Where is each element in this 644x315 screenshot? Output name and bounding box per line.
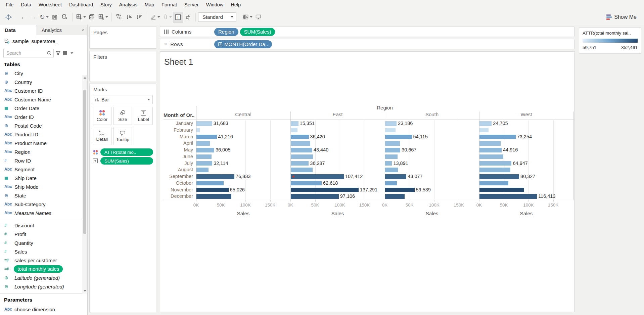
bar-east-december[interactable]	[291, 194, 339, 199]
detail-button[interactable]: Detail	[93, 127, 111, 145]
group-members-button[interactable]	[161, 12, 173, 22]
field-measure-names[interactable]: AbcMeasure Names	[0, 209, 82, 217]
bar-south-april[interactable]	[385, 141, 400, 146]
presentation-mode-button[interactable]	[254, 12, 264, 22]
highlight-button[interactable]	[149, 12, 161, 22]
field-sales[interactable]: #Sales	[0, 247, 82, 256]
bar-east-may[interactable]	[291, 148, 312, 152]
undo-button[interactable]: ←	[18, 12, 29, 22]
search-input[interactable]	[6, 50, 47, 56]
tab-data[interactable]: Data	[0, 25, 36, 35]
new-data-source-button[interactable]	[60, 12, 70, 22]
bar-central-august[interactable]	[196, 168, 209, 172]
field-longitude-generated[interactable]: ⊕Longitude (generated)	[0, 282, 82, 291]
bar-west-june[interactable]	[479, 154, 503, 159]
bar-east-april[interactable]	[291, 141, 310, 146]
bar-south-may[interactable]	[385, 148, 400, 152]
field-latitude-generated[interactable]: ⊕Latitude (generated)	[0, 273, 82, 282]
menu-item-worksheet[interactable]: Worksheet	[35, 1, 65, 9]
sidebar-scrollbar[interactable]	[82, 75, 87, 294]
menu-item-help[interactable]: Help	[227, 1, 244, 9]
bar-central-march[interactable]	[196, 135, 217, 139]
bar-east-july[interactable]	[291, 161, 309, 166]
bar-south-december[interactable]	[385, 194, 405, 199]
rows-pill-month-order-date[interactable]: + MONTH(Order Da..	[214, 40, 272, 48]
bar-west-december[interactable]	[479, 194, 537, 199]
view-options-caret-icon[interactable]	[71, 52, 73, 54]
show-me-button[interactable]: Show Me	[606, 14, 641, 20]
field-order-date[interactable]: ▦Order Date	[0, 104, 82, 113]
columns-pill-region[interactable]: Region	[214, 28, 238, 36]
field-customer-name[interactable]: AbcCustomer Name	[0, 95, 82, 104]
bar-central-april[interactable]	[196, 141, 210, 146]
bar-west-july[interactable]	[479, 161, 511, 166]
bar-central-september[interactable]	[196, 174, 234, 179]
menu-item-dashboard[interactable]: Dashboard	[65, 1, 97, 9]
color-button[interactable]: Color	[93, 107, 111, 125]
field-state[interactable]: ⊕State	[0, 191, 82, 200]
field-total-monthly-sales[interactable]: =#total monthly sales	[0, 265, 82, 273]
bar-central-october[interactable]	[196, 181, 224, 186]
bar-west-november[interactable]	[479, 188, 524, 192]
tooltip-button[interactable]: Tooltip	[113, 127, 132, 145]
bar-east-march[interactable]	[291, 135, 309, 139]
bar-central-july[interactable]	[196, 161, 212, 166]
bar-east-february[interactable]	[291, 128, 297, 133]
marks-pill-attr-total-monthly-sales[interactable]: ATTR(total mo..	[100, 148, 153, 156]
rows-shelf[interactable]: ≡ Rows + MONTH(Order Da..	[160, 39, 574, 49]
field-ship-date[interactable]: ▦Ship Date	[0, 174, 82, 182]
scroll-up-icon[interactable]	[84, 77, 86, 79]
field-product-id[interactable]: AbcProduct ID	[0, 130, 82, 139]
field-country[interactable]: ⊕Country	[0, 78, 82, 86]
clear-sheet-button[interactable]	[97, 12, 109, 22]
field-postal-code[interactable]: ⊕Postal Code	[0, 121, 82, 130]
field-ship-mode[interactable]: AbcShip Mode	[0, 182, 82, 191]
bar-west-september[interactable]	[479, 174, 519, 179]
field-discount[interactable]: #Discount	[0, 221, 82, 230]
menu-item-file[interactable]: File	[2, 1, 17, 9]
bar-central-december[interactable]	[196, 194, 231, 199]
field-order-id[interactable]: AbcOrder ID	[0, 113, 82, 121]
field-customer-id[interactable]: AbcCustomer ID	[0, 86, 82, 95]
bar-west-august[interactable]	[479, 168, 510, 172]
replay-button[interactable]: ↻	[39, 12, 50, 22]
bar-south-october[interactable]	[385, 181, 397, 186]
field-sub-category[interactable]: AbcSub-Category	[0, 200, 82, 209]
mark-type-dropdown[interactable]: Bar	[93, 95, 153, 104]
collapse-pane-button[interactable]: <	[79, 25, 87, 35]
field-sales-per-customer[interactable]: =#sales per customer	[0, 256, 82, 265]
tableau-logo-icon[interactable]	[3, 12, 13, 22]
bar-east-june[interactable]	[291, 154, 313, 159]
marks-pill-sum-sales[interactable]: SUM(Sales)	[100, 157, 153, 165]
bar-east-august[interactable]	[291, 168, 313, 172]
bar-south-march[interactable]	[385, 135, 412, 139]
view-as-grid-icon[interactable]	[62, 50, 68, 56]
size-button[interactable]: Size	[113, 107, 132, 125]
fit-selector[interactable]: Standard	[198, 12, 236, 22]
show-hide-cards-button[interactable]	[241, 12, 254, 22]
color-legend[interactable]: ATTR(total monthly sal.. 59,751 352,461	[579, 27, 641, 54]
field-region[interactable]: AbcRegion	[0, 147, 82, 156]
datasource-item[interactable]: sample_superstore_	[0, 35, 87, 47]
swap-rows-columns-button[interactable]	[114, 12, 124, 22]
expand-icon[interactable]: +	[218, 42, 222, 46]
save-button[interactable]	[50, 12, 60, 22]
new-worksheet-button[interactable]	[75, 12, 87, 22]
bar-west-february[interactable]	[479, 128, 489, 133]
bar-west-april[interactable]	[479, 141, 501, 146]
sort-ascending-button[interactable]	[124, 12, 134, 22]
menu-item-data[interactable]: Data	[17, 1, 35, 9]
menu-item-format[interactable]: Format	[158, 1, 181, 9]
menu-item-analysis[interactable]: Analysis	[116, 1, 141, 9]
bar-central-june[interactable]	[196, 154, 212, 159]
field-city[interactable]: ⊕City	[0, 69, 82, 78]
field-row-id[interactable]: #Row ID	[0, 156, 82, 165]
bar-west-october[interactable]	[479, 181, 508, 186]
bar-south-november[interactable]	[385, 188, 415, 192]
bar-west-march[interactable]	[479, 135, 516, 139]
scroll-down-icon[interactable]	[84, 290, 86, 292]
pages-shelf[interactable]: Pages	[89, 27, 156, 49]
bar-central-may[interactable]	[196, 148, 214, 152]
fix-axes-button[interactable]	[183, 12, 193, 22]
filter-fields-icon[interactable]	[55, 50, 61, 56]
